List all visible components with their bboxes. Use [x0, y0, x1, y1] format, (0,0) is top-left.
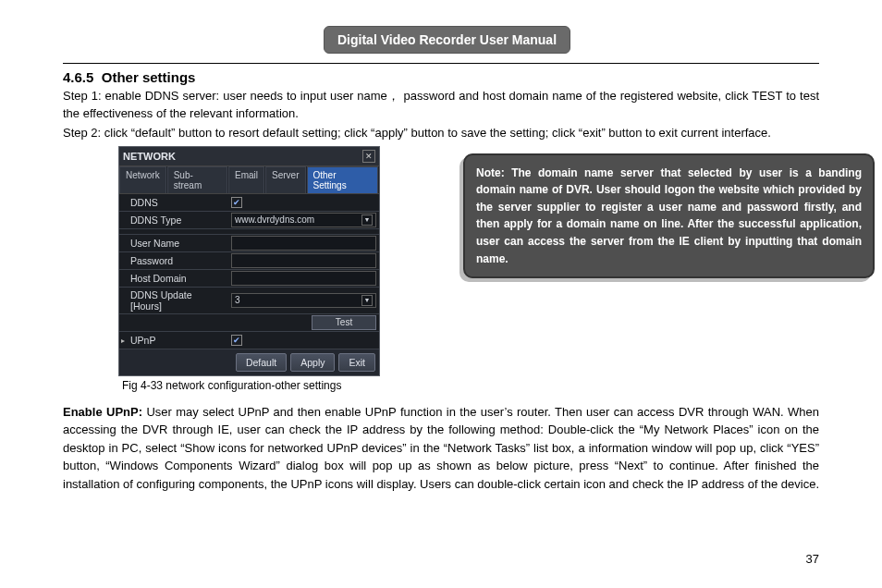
expand-icon[interactable]: ▸: [121, 337, 125, 345]
tab-email[interactable]: Email: [228, 166, 264, 193]
tab-server[interactable]: Server: [265, 166, 305, 193]
ddns-update-select[interactable]: 3 ▼: [231, 293, 376, 308]
apply-button[interactable]: Apply: [290, 353, 335, 372]
tab-other-settings[interactable]: Other Settings: [307, 166, 379, 193]
tab-network[interactable]: Network: [119, 166, 166, 193]
label-host-domain: Host Domain: [119, 271, 228, 286]
step-2-text: Step 2: click “default” button to resort…: [63, 125, 819, 142]
label-upnp: ▸ UPnP: [119, 333, 228, 348]
figure-column: NETWORK ✕ Network Sub-stream Email Serve…: [118, 146, 380, 392]
dvr-footer: Default Apply Exit: [119, 349, 379, 375]
label-empty: [119, 321, 228, 325]
label-ddns-update: DDNS Update [Hours]: [119, 288, 228, 313]
step-1-text: Step 1: enable DDNS server: user needs t…: [63, 88, 819, 123]
figure-caption: Fig 4-33 network configuration-other set…: [118, 379, 380, 392]
page-header-title: Digital Video Recorder User Manual: [324, 26, 570, 54]
upnp-label-text: UPnP: [130, 335, 155, 346]
label-ddns-type: DDNS Type: [119, 213, 228, 227]
note-box-wrap: Note: The domain name server that select…: [463, 153, 875, 279]
page-number: 37: [806, 552, 819, 566]
label-password: Password: [119, 253, 228, 268]
host-domain-input[interactable]: [231, 271, 376, 286]
dvr-network-window: NETWORK ✕ Network Sub-stream Email Serve…: [118, 146, 380, 376]
upnp-paragraph: Enable UPnP: User may select UPnP and th…: [63, 403, 819, 494]
upnp-heading: Enable UPnP:: [63, 405, 142, 419]
tab-sub-stream[interactable]: Sub-stream: [167, 166, 227, 193]
close-icon[interactable]: ✕: [362, 150, 375, 163]
label-ddns: DDNS: [119, 195, 228, 210]
ddns-update-value: 3: [235, 295, 240, 305]
ddns-type-select[interactable]: www.dvrdydns.com ▼: [231, 213, 376, 227]
dvr-tabs: Network Sub-stream Email Server Other Se…: [119, 166, 379, 194]
password-input[interactable]: [231, 253, 376, 268]
upnp-checkbox[interactable]: ✔: [231, 335, 242, 346]
exit-button[interactable]: Exit: [338, 353, 375, 372]
header-rule: [63, 63, 819, 64]
section-heading: 4.6.5 Other settings: [63, 69, 819, 85]
test-button[interactable]: Test: [312, 315, 376, 330]
default-button[interactable]: Default: [236, 353, 287, 372]
dvr-form: DDNS ✔ DDNS Type www.dvrdydns.com ▼: [119, 194, 379, 349]
section-title: Other settings: [102, 69, 196, 85]
ddns-type-value: www.dvrdydns.com: [235, 214, 314, 225]
dvr-titlebar: NETWORK ✕: [119, 147, 379, 166]
chevron-down-icon: ▼: [361, 214, 373, 226]
chevron-down-icon: ▼: [361, 295, 373, 306]
note-box: Note: The domain name server that select…: [463, 153, 875, 279]
section-number: 4.6.5: [63, 69, 93, 85]
label-user-name: User Name: [119, 236, 228, 251]
user-name-input[interactable]: [231, 236, 376, 251]
ddns-checkbox[interactable]: ✔: [231, 197, 242, 208]
upnp-body: User may select UPnP and then enable UPn…: [63, 405, 819, 491]
dvr-window-title: NETWORK: [123, 151, 176, 162]
